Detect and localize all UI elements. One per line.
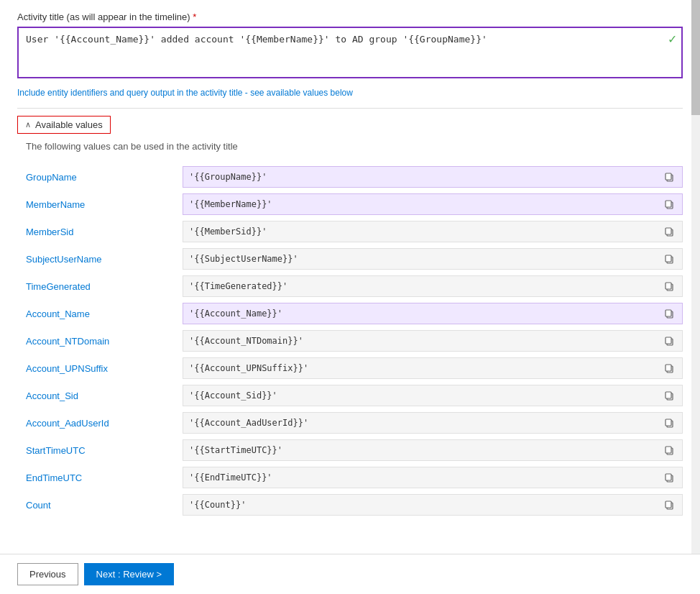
table-row: Account_AadUserId'{{Account_AadUserId}}'	[17, 409, 683, 437]
svg-rect-23	[666, 474, 671, 480]
value-cell: '{{Account_AadUserId}}'	[183, 409, 683, 437]
copy-icon[interactable]	[662, 498, 676, 512]
value-input-wrapper: '{{MemberSid}}'	[183, 221, 683, 242]
svg-rect-11	[666, 310, 671, 316]
value-text: '{{Account_Name}}'	[189, 309, 662, 319]
value-input-wrapper: '{{SubjectUserName}}'	[183, 248, 683, 270]
svg-rect-19	[666, 419, 671, 426]
main-content: Activity title (as will appear in the ti…	[0, 0, 700, 554]
value-text: '{{StartTimeUTC}}'	[189, 445, 662, 455]
copy-icon[interactable]	[662, 470, 676, 485]
table-row: EndTimeUTC'{{EndTimeUTC}}'	[17, 464, 683, 491]
value-name: StartTimeUTC	[17, 437, 183, 464]
value-name: TimeGenerated	[17, 273, 183, 300]
value-text: '{{MemberName}}'	[189, 199, 662, 209]
value-name: Account_AadUserId	[17, 409, 183, 437]
value-name: MemberSid	[17, 218, 183, 245]
value-cell: '{{Account_Sid}}'	[183, 382, 683, 409]
value-name: GroupName	[17, 163, 183, 191]
value-input-wrapper: '{{Account_UPNSuffix}}'	[183, 357, 683, 379]
table-row: TimeGenerated'{{TimeGenerated}}'	[17, 273, 683, 300]
value-input-wrapper: '{{Account_Name}}'	[183, 303, 683, 324]
table-row: Account_Name'{{Account_Name}}'	[17, 300, 683, 327]
svg-rect-9	[666, 283, 671, 289]
table-row: Account_UPNSuffix'{{Account_UPNSuffix}}'	[17, 355, 683, 382]
value-name: SubjectUserName	[17, 245, 183, 273]
required-marker: *	[193, 12, 196, 22]
svg-rect-5	[666, 228, 671, 234]
value-name: Account_Name	[17, 300, 183, 327]
value-cell: '{{Count}}'	[183, 491, 683, 518]
value-input-wrapper: '{{Count}}'	[183, 494, 683, 516]
value-name: EndTimeUTC	[17, 464, 183, 491]
copy-icon[interactable]	[662, 252, 676, 266]
copy-icon[interactable]	[662, 388, 676, 403]
svg-rect-13	[666, 337, 671, 344]
values-description: The following values can be used in the …	[17, 141, 683, 152]
table-row: MemberSid'{{MemberSid}}'	[17, 218, 683, 245]
value-input-wrapper: '{{StartTimeUTC}}'	[183, 439, 683, 461]
value-text: '{{Count}}'	[189, 500, 662, 510]
value-cell: '{{Account_NTDomain}}'	[183, 327, 683, 355]
table-row: SubjectUserName'{{SubjectUserName}}'	[17, 245, 683, 273]
copy-icon[interactable]	[662, 197, 676, 211]
value-cell: '{{SubjectUserName}}'	[183, 245, 683, 273]
value-text: '{{Account_NTDomain}}'	[189, 336, 662, 346]
value-input-wrapper: '{{GroupName}}'	[183, 166, 683, 188]
available-values-toggle[interactable]: ∧ Available values	[17, 116, 111, 134]
value-text: '{{TimeGenerated}}'	[189, 281, 662, 291]
activity-title-input[interactable]	[17, 27, 683, 78]
value-text: '{{GroupName}}'	[189, 172, 662, 182]
scrollbar-thumb[interactable]	[691, 0, 700, 115]
value-cell: '{{StartTimeUTC}}'	[183, 437, 683, 464]
table-row: Count'{{Count}}'	[17, 491, 683, 518]
svg-rect-7	[666, 255, 671, 262]
copy-icon[interactable]	[662, 279, 676, 293]
value-name: Account_NTDomain	[17, 327, 183, 355]
svg-rect-25	[666, 501, 671, 508]
value-name: MemberName	[17, 191, 183, 218]
table-row: StartTimeUTC'{{StartTimeUTC}}'	[17, 437, 683, 464]
value-cell: '{{Account_Name}}'	[183, 300, 683, 327]
value-input-wrapper: '{{Account_NTDomain}}'	[183, 330, 683, 352]
value-cell: '{{Account_UPNSuffix}}'	[183, 355, 683, 382]
copy-icon[interactable]	[662, 443, 676, 457]
chevron-up-icon: ∧	[25, 120, 31, 129]
value-text: '{{Account_AadUserId}}'	[189, 418, 662, 428]
value-cell: '{{MemberSid}}'	[183, 218, 683, 245]
value-name: Account_UPNSuffix	[17, 355, 183, 382]
value-cell: '{{TimeGenerated}}'	[183, 273, 683, 300]
svg-rect-21	[666, 447, 671, 453]
table-row: Account_NTDomain'{{Account_NTDomain}}'	[17, 327, 683, 355]
copy-icon[interactable]	[662, 306, 676, 321]
value-input-wrapper: '{{Account_Sid}}'	[183, 385, 683, 406]
svg-rect-1	[666, 173, 671, 180]
value-text: '{{Account_Sid}}'	[189, 390, 662, 401]
scrollbar-track[interactable]	[691, 0, 700, 554]
title-input-wrapper: ✓	[17, 27, 683, 81]
check-icon: ✓	[668, 32, 677, 46]
value-text: '{{EndTimeUTC}}'	[189, 472, 662, 483]
hint-text: Include entity identifiers and query out…	[17, 88, 683, 98]
next-review-button[interactable]: Next : Review >	[84, 563, 174, 585]
value-text: '{{MemberSid}}'	[189, 227, 662, 237]
value-input-wrapper: '{{MemberName}}'	[183, 193, 683, 215]
activity-title-label: Activity title (as will appear in the ti…	[17, 12, 683, 22]
value-text: '{{Account_UPNSuffix}}'	[189, 363, 662, 373]
available-values-label: Available values	[35, 119, 103, 130]
table-row: MemberName'{{MemberName}}'	[17, 191, 683, 218]
copy-icon[interactable]	[662, 224, 676, 239]
copy-icon[interactable]	[662, 416, 676, 430]
previous-button[interactable]: Previous	[17, 563, 78, 585]
value-cell: '{{EndTimeUTC}}'	[183, 464, 683, 491]
copy-icon[interactable]	[662, 170, 676, 184]
value-name: Account_Sid	[17, 382, 183, 409]
values-table: GroupName'{{GroupName}}' MemberName'{{Me…	[17, 163, 683, 518]
copy-icon[interactable]	[662, 361, 676, 375]
value-name: Count	[17, 491, 183, 518]
table-row: Account_Sid'{{Account_Sid}}'	[17, 382, 683, 409]
divider-top	[17, 108, 683, 109]
footer: Previous Next : Review >	[0, 554, 700, 594]
copy-icon[interactable]	[662, 334, 676, 348]
value-text: '{{SubjectUserName}}'	[189, 254, 662, 264]
